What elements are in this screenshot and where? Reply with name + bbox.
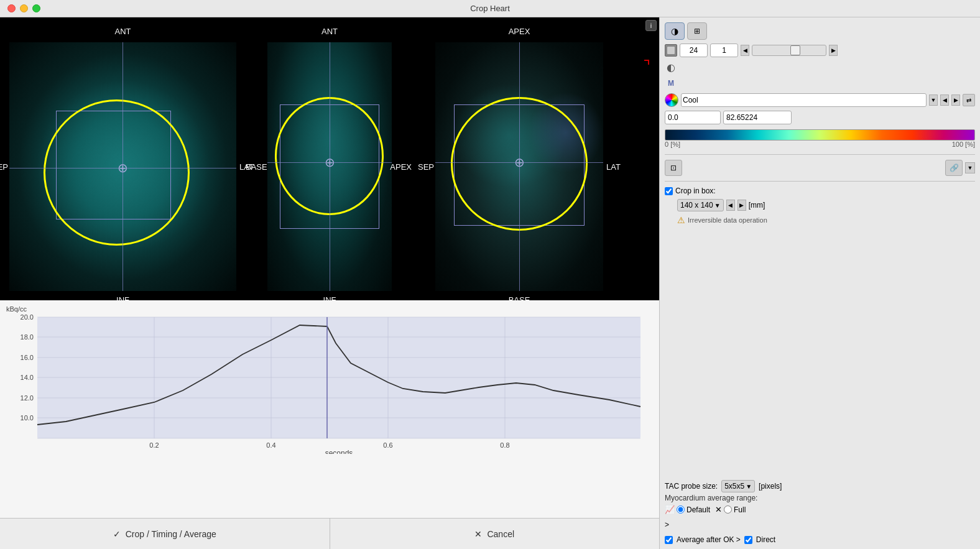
svg-text:0.6: 0.6 [383, 441, 392, 449]
range-row [665, 111, 975, 124]
maximize-button[interactable] [32, 4, 40, 12]
divider-1 [665, 154, 975, 155]
view-pane-mid[interactable]: ⊕ ANT INF BASE APEX [267, 42, 392, 291]
link-button[interactable]: 🔗 [945, 160, 963, 176]
title-bar: Crop Heart [0, 0, 980, 17]
full-option[interactable]: ✕ Full [715, 505, 746, 514]
view-info-button[interactable]: i [645, 20, 657, 31]
level-input[interactable] [710, 44, 738, 57]
gradient-min-label: 0 [%] [665, 141, 680, 148]
rp-toolbar: ◑ ⊞ [665, 22, 975, 40]
full-label: Full [734, 505, 746, 514]
crosshair-icon-left: ⊕ [114, 159, 131, 177]
tac-probe-dropdown[interactable]: 5x5x5 ▼ [721, 480, 755, 492]
grid-icon: ⊞ [694, 27, 700, 35]
warning-icon: ⚠ [677, 215, 685, 225]
minimize-button[interactable] [20, 4, 28, 12]
label-base-right: BASE [509, 295, 530, 300]
full-radio[interactable] [724, 505, 732, 514]
view-pane-left[interactable]: ⊕ ANT INF SEP LAT [9, 42, 236, 291]
divider-2 [665, 181, 975, 182]
window-input[interactable] [680, 44, 708, 57]
svg-text:12.0: 12.0 [21, 394, 34, 402]
window-controls [7, 4, 40, 12]
crop-size-prev[interactable]: ◀ [726, 200, 735, 211]
myocard-range-row: 📈 Default ✕ Full [665, 505, 975, 514]
colormap-prev[interactable]: ◀ [940, 95, 949, 106]
checkmark-icon: ✓ [113, 529, 121, 539]
svg-text:0.8: 0.8 [500, 441, 509, 449]
crop-size-dropdown[interactable]: 140 x 140 ▼ [677, 199, 724, 211]
colormap-next[interactable]: ▶ [951, 95, 960, 106]
contrast-row: ◐ [665, 61, 975, 73]
chart-y-label: kBq/cc [6, 305, 653, 313]
direct-checkbox[interactable] [744, 536, 752, 544]
brightness-icon: ◑ [671, 26, 678, 36]
tac-probe-label: TAC probe size: [665, 482, 718, 491]
grid-view-button[interactable]: ⊞ [687, 22, 707, 40]
crop-size-next[interactable]: ▶ [737, 200, 746, 211]
colormap-select[interactable]: Cool Hot Gray Jet Viridis [681, 93, 927, 107]
caret-down-icon: ▼ [714, 202, 721, 209]
gradient-max-label: 100 [%] [952, 141, 975, 148]
myocard-label: Myocardium average range: [665, 494, 757, 502]
colormap-invert[interactable]: ⇄ [963, 94, 975, 106]
cancel-button[interactable]: ✕ Cancel [330, 519, 660, 549]
panel-expand[interactable]: ▼ [965, 162, 975, 173]
default-icon: 📈 [665, 505, 675, 514]
default-option[interactable]: 📈 Default [665, 505, 710, 514]
label-ant-mid: ANT [321, 27, 338, 36]
small-icons-row: ⊡ 🔗 ▼ [665, 160, 975, 176]
crop-timing-average-button[interactable]: ✓ Crop / Timing / Average [0, 519, 330, 549]
label-inf-left: INF [116, 295, 129, 300]
svg-text:18.0: 18.0 [21, 333, 34, 341]
crop-btn-label: Crop / Timing / Average [126, 529, 216, 539]
colormap-arrow-down[interactable]: ▼ [929, 95, 938, 106]
crosshair-icon-mid: ⊕ [321, 154, 338, 171]
roi-button[interactable]: ⊡ [665, 160, 682, 176]
crop-unit: [mm] [749, 201, 765, 210]
label-sep-left: SEP [0, 162, 8, 172]
label-apex-mid: APEX [390, 162, 412, 172]
label-sep-right: SEP [418, 162, 434, 172]
svg-text:0.4: 0.4 [266, 441, 275, 449]
contrast-icon: ◐ [665, 61, 677, 73]
crop-checkbox[interactable] [665, 187, 673, 195]
range-max-input[interactable] [723, 111, 792, 124]
tac-probe-unit: [pixels] [759, 482, 782, 491]
default-label: Default [686, 505, 710, 514]
bottom-bar: ✓ Crop / Timing / Average ✕ Cancel [0, 518, 659, 549]
gt-label: > [665, 520, 669, 529]
svg-text:seconds: seconds [325, 449, 353, 454]
wl-icon [665, 44, 677, 57]
wl-arrow-right[interactable]: ▶ [829, 45, 838, 56]
x-icon: ✕ [474, 529, 482, 539]
svg-text:16.0: 16.0 [21, 354, 34, 361]
chart-area: kBq/cc [0, 300, 659, 518]
view-pane-right[interactable]: ⊕ APEX BASE SEP LAT [435, 42, 603, 291]
average-checkbox[interactable] [665, 536, 673, 544]
colormap-row: Cool Hot Gray Jet Viridis ▼ ◀ ▶ ⇄ [665, 93, 975, 107]
svg-rect-0 [37, 317, 640, 438]
wl-slider[interactable] [752, 45, 826, 56]
full-icon: ✕ [715, 505, 722, 514]
avg-checkbox-row: Average after OK > Direct [665, 535, 975, 544]
default-radio[interactable] [677, 505, 685, 514]
m-icon: M [665, 77, 677, 90]
wl-arrow-left[interactable]: ◀ [741, 45, 749, 56]
tac-section: TAC probe size: 5x5x5 ▼ [pixels] Myocard… [665, 480, 975, 514]
svg-text:20.0: 20.0 [21, 314, 34, 321]
range-min-input[interactable] [665, 111, 721, 124]
close-button[interactable] [7, 4, 16, 12]
myocard-label-row: Myocardium average range: [665, 494, 975, 502]
label-lat-right: LAT [606, 162, 621, 172]
crop-size-value: 140 x 140 [680, 201, 713, 210]
crosshair-icon-right: ⊕ [511, 154, 528, 171]
image-viewport[interactable]: i ⊕ [0, 17, 659, 300]
label-ant-left: ANT [115, 27, 131, 36]
color-gradient-bar: 0 [%] 100 [%] [665, 129, 975, 148]
brightness-contrast-button[interactable]: ◑ [665, 22, 685, 40]
chart-svg: 20.0 18.0 16.0 14.0 12.0 10.0 0.2 0.4 0.… [6, 314, 647, 454]
crop-checkbox-row: Crop in box: [665, 187, 975, 195]
m-icon-row: M [665, 77, 975, 90]
